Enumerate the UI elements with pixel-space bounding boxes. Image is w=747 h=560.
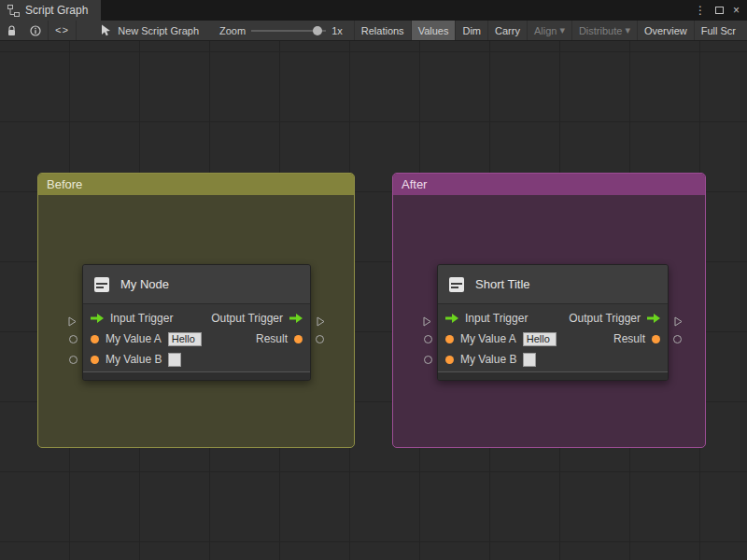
graph-breadcrumb[interactable]: New Script Graph — [93, 21, 206, 41]
align-label: Align — [534, 25, 557, 36]
overview-button[interactable]: Overview — [637, 21, 694, 41]
unity-graph-window: Script Graph ⋮ × <> — [0, 0, 747, 560]
group-after-label: After — [402, 177, 427, 191]
output-trigger-label: Output Trigger — [211, 312, 283, 325]
graph-canvas[interactable]: Before After My Node — [0, 41, 747, 560]
flow-arrow-icon — [289, 314, 303, 323]
group-after-header[interactable]: After — [393, 174, 705, 195]
distribute-button[interactable]: Distribute ▾ — [571, 21, 637, 41]
fullscreen-button[interactable]: Full Scr — [694, 21, 742, 41]
value-port-icon — [91, 356, 99, 364]
value-b-port[interactable] — [424, 356, 432, 364]
result-port[interactable] — [316, 335, 324, 343]
value-port-icon — [445, 335, 454, 343]
zoom-label: Zoom — [219, 25, 246, 36]
values-button[interactable]: Values — [411, 21, 456, 41]
node-footer — [83, 371, 310, 380]
node-header[interactable]: My Node — [83, 265, 310, 304]
zoom-value: 1x — [331, 25, 343, 36]
node-short-title[interactable]: Short Title Input Trigger Output Trigger — [437, 264, 669, 381]
node-body: Input Trigger Output Trigger My Value A … — [438, 304, 668, 371]
value-a-field[interactable] — [168, 332, 202, 346]
result-label: Result — [613, 332, 645, 345]
output-flow-port[interactable] — [317, 314, 325, 330]
zoom-slider-handle[interactable] — [313, 26, 322, 35]
output-flow-port[interactable] — [674, 314, 683, 330]
output-trigger-label: Output Trigger — [569, 312, 641, 325]
value-b-field[interactable] — [168, 353, 181, 367]
group-before-header[interactable]: Before — [38, 174, 354, 195]
chevron-down-icon: ▾ — [559, 24, 565, 36]
toolbar-separator — [76, 21, 77, 41]
input-flow-port[interactable] — [68, 314, 77, 330]
node-my-node[interactable]: My Node Input Trigger Output Trigger — [82, 264, 311, 381]
node-icon — [447, 275, 466, 294]
value-port-icon — [294, 335, 303, 343]
tab-script-graph[interactable]: Script Graph — [0, 0, 101, 21]
close-icon[interactable]: × — [733, 4, 740, 17]
value-b-field[interactable] — [523, 353, 536, 367]
node-title: My Node — [120, 277, 169, 291]
flow-arrow-icon — [647, 314, 660, 323]
node-footer — [438, 371, 668, 380]
zoom-control: Zoom 1x — [219, 21, 343, 41]
value-a-row: My Value A Result — [83, 329, 310, 349]
script-graph-icon — [7, 5, 20, 17]
flow-arrow-icon — [445, 314, 458, 323]
result-label: Result — [256, 332, 288, 345]
pointer-icon — [101, 24, 112, 36]
edit-source-button[interactable]: <> — [49, 21, 76, 41]
value-a-port[interactable] — [424, 335, 432, 343]
carry-button[interactable]: Carry — [487, 21, 527, 41]
result-port[interactable] — [673, 335, 682, 343]
lock-button[interactable] — [0, 21, 23, 41]
value-b-row: My Value B — [438, 349, 668, 370]
node-body: Input Trigger Output Trigger My Value A … — [83, 304, 310, 371]
inspect-button[interactable] — [23, 21, 48, 41]
tab-bar: Script Graph ⋮ × — [0, 0, 747, 21]
maximize-icon[interactable] — [715, 7, 724, 14]
value-port-icon — [445, 356, 454, 364]
input-trigger-label: Input Trigger — [465, 312, 528, 325]
value-b-row: My Value B — [83, 349, 310, 370]
graph-toolbar: <> New Script Graph Zoom 1x Relations Va… — [0, 21, 747, 41]
toolbar-button-group: Relations Values Dim Carry Align ▾ Distr… — [354, 21, 742, 41]
value-a-field[interactable] — [523, 332, 557, 346]
window-controls: ⋮ × — [695, 0, 747, 21]
input-flow-port[interactable] — [423, 314, 431, 330]
value-b-label: My Value B — [106, 353, 162, 366]
group-before-label: Before — [47, 177, 82, 191]
trigger-row: Input Trigger Output Trigger — [83, 308, 310, 329]
dim-button[interactable]: Dim — [455, 21, 487, 41]
value-b-label: My Value B — [460, 353, 516, 366]
flow-arrow-icon — [91, 314, 104, 323]
value-a-label: My Value A — [106, 332, 162, 345]
info-icon — [30, 25, 41, 36]
distribute-label: Distribute — [579, 25, 622, 36]
graph-name-label: New Script Graph — [118, 25, 199, 36]
value-a-port[interactable] — [69, 335, 78, 343]
value-port-icon — [652, 335, 660, 343]
node-icon — [92, 275, 111, 294]
zoom-slider[interactable] — [251, 21, 326, 41]
chevron-down-icon: ▾ — [625, 24, 630, 36]
value-port-icon — [91, 335, 99, 343]
code-icon: <> — [55, 25, 69, 36]
tab-title: Script Graph — [25, 4, 88, 17]
menu-icon[interactable]: ⋮ — [695, 4, 706, 17]
value-a-label: My Value A — [460, 332, 516, 345]
node-title: Short Title — [475, 277, 530, 291]
value-a-row: My Value A Result — [438, 329, 668, 349]
input-trigger-label: Input Trigger — [110, 312, 173, 325]
node-header[interactable]: Short Title — [438, 265, 668, 304]
value-b-port[interactable] — [69, 356, 78, 364]
align-button[interactable]: Align ▾ — [527, 21, 571, 41]
trigger-row: Input Trigger Output Trigger — [438, 308, 668, 329]
relations-button[interactable]: Relations — [354, 21, 411, 41]
lock-icon — [7, 25, 17, 36]
